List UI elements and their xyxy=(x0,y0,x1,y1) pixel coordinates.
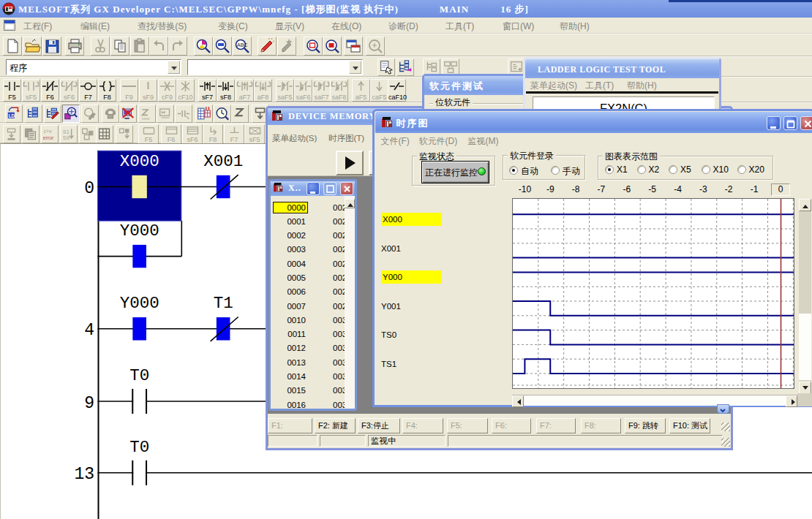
new-file-icon[interactable] xyxy=(3,37,22,56)
copy-program-icon[interactable] xyxy=(377,58,395,76)
device-row[interactable]: 00150035 xyxy=(271,385,355,399)
clock-magnifier-icon[interactable] xyxy=(214,105,231,123)
combo-dropdown-button[interactable] xyxy=(349,61,361,74)
ladder-symbol-saF6-button[interactable]: saF6 xyxy=(294,79,312,102)
ladder-symbol-F9-button[interactable]: F9 xyxy=(120,79,138,102)
search-grey-icon[interactable] xyxy=(366,37,385,56)
open-folder-icon[interactable] xyxy=(23,37,42,56)
fkey-F2-button[interactable]: F2: 新建 xyxy=(315,418,356,433)
timing-chart-window[interactable]: 时序图 文件(F)软元件(D)监视(M) 监视状态 正在进行监控 软元件登录 自… xyxy=(372,109,812,407)
find-string-icon[interactable]: ABC xyxy=(233,37,252,56)
monitor-write-icon[interactable] xyxy=(81,105,99,123)
simulator-run-button[interactable] xyxy=(336,151,364,175)
scroll-up-button[interactable] xyxy=(799,199,811,211)
testtool-menu-2[interactable]: 帮助(H) xyxy=(627,80,657,92)
menu-帮助(H)[interactable]: 帮助(H) xyxy=(560,20,590,33)
ladder-symbol-sF7-button[interactable]: sF7 xyxy=(198,79,217,102)
testtool-menu-0[interactable]: 菜单起动(S) xyxy=(530,80,577,92)
device-row[interactable]: 00160036 xyxy=(271,400,355,409)
ladder-symbol-caF5-button[interactable]: caF5 xyxy=(370,79,388,102)
device-row[interactable]: 00130033 xyxy=(271,357,355,371)
ladder-symbol-caF10-button[interactable]: caF10 xyxy=(388,79,406,102)
fkey-F4-button[interactable]: F4: xyxy=(402,418,443,433)
menu-诊断(D)[interactable]: 诊断(D) xyxy=(388,20,418,33)
tree-red-pencil-icon[interactable] xyxy=(44,105,61,123)
ladder-symbol-F5-button[interactable]: F5 xyxy=(3,79,21,102)
device-x-titlebar[interactable]: X.. xyxy=(271,181,355,196)
ladder-symbol-F7-button[interactable]: F7 xyxy=(79,79,97,102)
maximize-button[interactable] xyxy=(323,182,337,195)
ld-convert-icon[interactable]: LD xyxy=(5,105,23,123)
error-icon[interactable]: c+verror xyxy=(41,125,59,143)
device-row[interactable]: 00040024 xyxy=(271,259,355,273)
menu-窗口(W)[interactable]: 窗口(W) xyxy=(503,20,534,33)
find-icon[interactable] xyxy=(194,37,213,56)
undo-icon[interactable] xyxy=(149,37,168,56)
device-row[interactable]: 00000020 xyxy=(271,202,355,216)
device-x-list[interactable]: 0000002000010021000200220003002300040024… xyxy=(271,196,355,409)
fkey-F9-button[interactable]: F9: 跳转 xyxy=(625,418,666,433)
edit-insert-icon[interactable] xyxy=(277,37,296,56)
timing-chart-titlebar[interactable]: 时序图 xyxy=(375,112,812,133)
ladder-test-tool-titlebar[interactable]: LADDER LOGIC TEST TOOL xyxy=(525,59,719,78)
tree-edit-icon[interactable] xyxy=(396,58,414,76)
devmem-menu-timing-chart[interactable]: 时序图(T) xyxy=(328,133,364,144)
device-row[interactable]: 00070027 xyxy=(271,301,355,315)
ladder-symbol-F8-button[interactable]: F8 xyxy=(98,79,116,102)
ladder-symbol-F6-button[interactable]: F6 xyxy=(41,79,59,102)
chart-menu-0[interactable]: 文件(F) xyxy=(381,135,410,148)
range-X1-radio[interactable] xyxy=(605,165,614,174)
chart-menu-1[interactable]: 软元件(D) xyxy=(419,135,458,148)
menu-工具(T)[interactable]: 工具(T) xyxy=(446,20,474,33)
range-X10-radio[interactable] xyxy=(702,165,710,174)
menu-查找/替换(S)[interactable]: 查找/替换(S) xyxy=(138,20,187,33)
cut-icon[interactable] xyxy=(91,37,110,56)
edit-marker-icon[interactable] xyxy=(257,37,277,56)
fkey-F1-button[interactable]: F1: xyxy=(268,418,312,433)
fkey-F10-button[interactable]: F10: 测试 xyxy=(669,418,710,433)
toolbar-chevron-button[interactable] xyxy=(717,404,729,414)
ladder-symbol-sF8-button[interactable]: sF8 xyxy=(217,79,235,102)
block-down-icon[interactable] xyxy=(116,125,133,143)
ladder-symbol-saF7-button[interactable]: saF7 xyxy=(312,79,331,102)
zoom-fill-icon[interactable] xyxy=(323,37,342,56)
ladder-symbol-saF5-button[interactable]: saF5 xyxy=(276,79,294,102)
ladder-symbol-sF9-button[interactable]: sF9 xyxy=(139,79,157,102)
close-button[interactable] xyxy=(800,116,812,130)
s1s9-icon[interactable]: S1S9 xyxy=(60,125,78,143)
scroll-down-button[interactable] xyxy=(799,382,811,394)
device-row[interactable]: 00030023 xyxy=(271,244,355,258)
fkey-F8-button[interactable]: F8: xyxy=(581,418,621,433)
range-X20-radio[interactable] xyxy=(737,165,746,174)
menu-工程(F)[interactable]: 工程(F) xyxy=(23,20,52,33)
device-combo[interactable] xyxy=(187,59,363,75)
blocks-icon[interactable] xyxy=(79,125,97,143)
save-icon[interactable] xyxy=(42,37,61,56)
chart-vscrollbar[interactable] xyxy=(799,199,811,394)
find-device-icon[interactable] xyxy=(213,37,232,56)
fkey-F5-button[interactable]: F5: xyxy=(447,418,488,433)
menu-编辑(E)[interactable]: 编辑(E) xyxy=(80,20,110,33)
ladder-symbol-aF5-button[interactable]: aF5 xyxy=(352,79,370,102)
grey-hf-icon[interactable] xyxy=(157,105,174,123)
paste-icon[interactable] xyxy=(130,37,149,56)
sfc-F8-button[interactable]: F8 xyxy=(203,124,223,144)
chart-hscrollbar[interactable] xyxy=(512,395,797,406)
resize-grip[interactable] xyxy=(721,438,730,447)
device-row[interactable]: 00060026 xyxy=(271,287,355,300)
ladder-symbol-aF8-button[interactable]: aF8 xyxy=(254,79,272,102)
scroll-right-button[interactable] xyxy=(786,395,797,407)
device-row[interactable]: 00120032 xyxy=(271,343,355,357)
device-x-window[interactable]: X.. 000000200001002100020022000300230004… xyxy=(268,179,357,411)
zoom-box-icon[interactable] xyxy=(304,37,323,56)
fkey-F3-button[interactable]: F3:停止 xyxy=(358,418,400,433)
combo-dropdown-button[interactable] xyxy=(168,61,180,74)
minimize-button[interactable] xyxy=(767,116,781,130)
fkey-F7-button[interactable]: F7: xyxy=(536,418,576,433)
sfc-sF5-button[interactable]: sF5 xyxy=(244,124,265,144)
device-row[interactable]: 00110031 xyxy=(271,329,355,343)
scroll-left-button[interactable] xyxy=(512,395,524,407)
vscroll-thumb[interactable] xyxy=(799,314,811,380)
window-split-icon[interactable] xyxy=(344,37,363,56)
range-X2-radio[interactable] xyxy=(637,165,646,174)
